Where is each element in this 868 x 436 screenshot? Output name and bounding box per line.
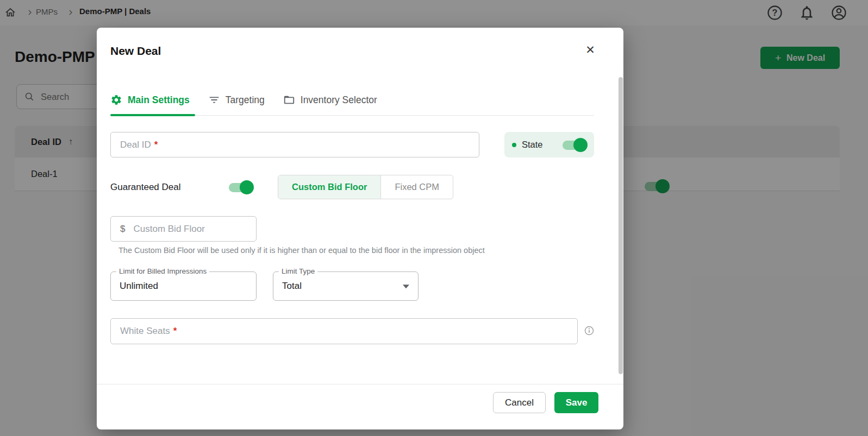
custom-bid-floor-helper-text: The Custom Bid Floor will be used only i… <box>118 246 485 255</box>
modal-tabs: Main Settings Targeting Inventory Select… <box>110 87 377 112</box>
gear-icon <box>110 94 122 106</box>
white-seats-placeholder: White Seats <box>120 326 170 337</box>
dollar-icon: $ <box>120 224 125 235</box>
modal-scrollbar[interactable] <box>619 77 623 374</box>
segment-custom-bid-floor[interactable]: Custom Bid Floor <box>278 175 380 199</box>
modal-title: New Deal <box>110 45 161 58</box>
save-button[interactable]: Save <box>554 392 598 413</box>
custom-bid-floor-placeholder: Custom Bid Floor <box>133 224 204 235</box>
tab-targeting[interactable]: Targeting <box>208 94 265 106</box>
limit-type-label: Limit Type <box>279 267 317 275</box>
state-label: State <box>522 140 543 150</box>
cancel-button[interactable]: Cancel <box>493 392 546 413</box>
tab-targeting-label: Targeting <box>226 94 265 106</box>
custom-bid-floor-input[interactable]: $ Custom Bid Floor <box>110 216 257 242</box>
tab-inventory-selector[interactable]: Inventory Selector <box>283 94 377 106</box>
filter-icon <box>208 94 220 106</box>
info-icon[interactable] <box>584 325 595 336</box>
footer-divider <box>97 384 623 384</box>
limit-type-select[interactable]: Limit Type Total <box>273 271 419 301</box>
white-seats-input[interactable]: White Seats * <box>110 318 578 344</box>
deal-id-input[interactable]: Deal ID * <box>110 132 479 157</box>
active-tab-underline <box>110 114 195 116</box>
deal-id-placeholder: Deal ID <box>120 140 151 150</box>
required-asterisk: * <box>154 140 158 150</box>
tab-main-settings[interactable]: Main Settings <box>110 94 190 106</box>
toggle-knob <box>573 138 588 152</box>
segment-fixed-cpm[interactable]: Fixed CPM <box>380 175 453 199</box>
chevron-down-icon <box>403 285 409 288</box>
floor-mode-segment: Custom Bid Floor Fixed CPM <box>278 175 453 199</box>
new-deal-modal: New Deal ✕ Main Settings Targeting Inven… <box>97 28 623 429</box>
state-pill: State <box>504 132 594 157</box>
required-asterisk: * <box>173 326 177 337</box>
guaranteed-deal-toggle[interactable] <box>229 180 253 194</box>
state-dot-icon <box>512 143 516 147</box>
limit-billed-impressions-label: Limit for Billed Impressions <box>116 267 209 275</box>
folder-open-icon <box>283 94 295 106</box>
limit-billed-impressions-value: Unlimited <box>120 281 158 292</box>
guaranteed-deal-label: Guaranteed Deal <box>110 182 180 193</box>
close-icon[interactable]: ✕ <box>583 42 598 58</box>
limit-type-value: Total <box>282 281 302 292</box>
toggle-knob <box>240 180 254 194</box>
limit-billed-impressions-input[interactable]: Limit for Billed Impressions Unlimited <box>110 271 257 301</box>
tab-inventory-selector-label: Inventory Selector <box>301 94 377 106</box>
tab-main-settings-label: Main Settings <box>128 94 190 106</box>
state-toggle[interactable] <box>563 138 586 152</box>
